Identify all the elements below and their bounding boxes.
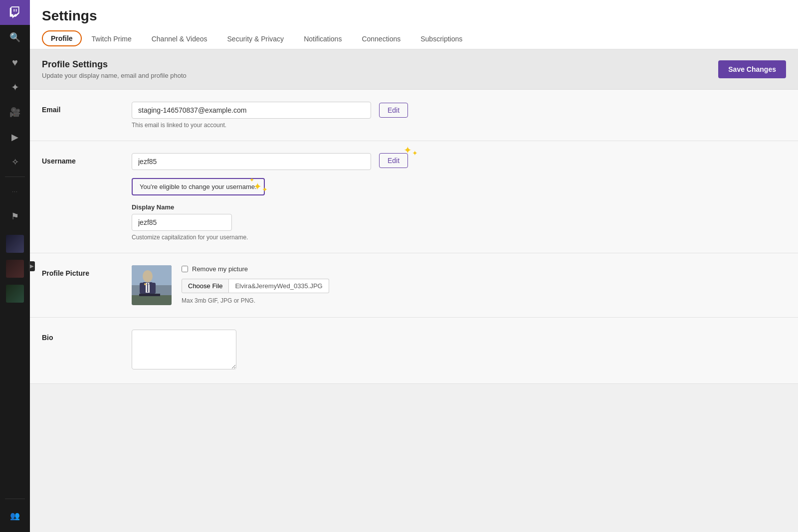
choose-file-button[interactable]: Choose File: [182, 279, 229, 293]
dots-icon: ···: [12, 189, 17, 194]
twitch-logo-icon: [9, 6, 21, 18]
email-field-content: Edit This email is linked to your accoun…: [132, 102, 786, 129]
settings-header: Settings Profile Twitch Prime Channel & …: [30, 0, 798, 49]
tab-connections[interactable]: Connections: [352, 30, 410, 49]
video-icon: 🎥: [9, 107, 20, 118]
section-header: Profile Settings Update your display nam…: [30, 49, 798, 90]
email-label: Email: [42, 102, 132, 114]
svg-rect-12: [139, 294, 160, 296]
svg-point-8: [144, 283, 146, 285]
sidebar-people[interactable]: 👥: [0, 503, 30, 528]
sidebar-thumbnail-1: [6, 233, 24, 255]
sparkle-1-icon: ✦: [253, 180, 262, 192]
svg-rect-10: [152, 283, 156, 294]
page-title: Settings: [42, 8, 786, 24]
tab-twitch-prime[interactable]: Twitch Prime: [82, 30, 142, 49]
eligible-banner-wrapper: You're eligible to change your username.…: [132, 174, 786, 195]
twitch-logo: [0, 0, 30, 25]
tab-profile[interactable]: Profile: [42, 30, 82, 46]
username-label: Username: [42, 153, 132, 165]
email-edit-button[interactable]: Edit: [379, 103, 408, 118]
sparkle-2-icon: ✦: [262, 185, 268, 193]
sidebar-search[interactable]: 🔍: [0, 25, 30, 50]
section-header-text: Profile Settings Update your display nam…: [42, 59, 187, 79]
tab-security-privacy[interactable]: Security & Privacy: [217, 30, 294, 49]
bio-section: Bio: [30, 318, 798, 384]
sidebar-dots[interactable]: ···: [0, 179, 30, 204]
bio-textarea[interactable]: [132, 330, 236, 369]
sidebar: ▶ 🔍 ♥ ✦ 🎥 ▶ ✧ ··· ⚑: [0, 0, 30, 532]
profile-picture-content: Remove my picture Choose File Elvira&Jer…: [132, 265, 786, 305]
search-icon: 🔍: [9, 32, 20, 43]
sidebar-flag[interactable]: ⚑: [0, 204, 30, 229]
email-section: Email Edit This email is linked to your …: [30, 90, 798, 141]
sidebar-thumbnail-2: [6, 258, 24, 280]
display-name-section: Display Name Customize capitalization fo…: [132, 203, 786, 241]
display-name-hint: Customize capitalization for your userna…: [132, 234, 786, 241]
svg-rect-9: [140, 283, 144, 294]
bio-field-content: [132, 330, 786, 371]
settings-tabs: Profile Twitch Prime Channel & Videos Se…: [42, 30, 786, 49]
svg-rect-11: [132, 295, 172, 305]
profile-picture-section: Profile Picture: [30, 253, 798, 318]
tab-subscriptions[interactable]: Subscriptions: [410, 30, 472, 49]
bio-label: Bio: [42, 330, 132, 342]
profile-picture-hint: Max 3mb GIF, JPG or PNG.: [182, 297, 329, 304]
section-description: Update your display name, email and prof…: [42, 72, 187, 79]
section-title: Profile Settings: [42, 59, 187, 70]
tab-notifications[interactable]: Notifications: [294, 30, 352, 49]
username-edit-button[interactable]: Edit: [379, 153, 408, 168]
chosen-file-name: Elvira&JeremyWed_0335.JPG: [229, 279, 329, 293]
settings-content: Profile Settings Update your display nam…: [30, 49, 798, 532]
sparkle-b-icon: ✦: [412, 149, 418, 157]
display-name-input[interactable]: [132, 214, 232, 231]
eligible-message: You're eligible to change your username.: [140, 183, 257, 190]
profile-picture-label: Profile Picture: [42, 265, 132, 277]
sidebar-play[interactable]: ▶: [0, 125, 30, 150]
people-icon: 👥: [10, 511, 20, 521]
username-edit-row: Edit ✦ ✦: [132, 153, 786, 170]
sparkle-3-icon: ✦: [249, 177, 254, 183]
gamepad-icon: ✦: [11, 81, 19, 93]
sidebar-video[interactable]: 🎥: [0, 100, 30, 125]
tab-channel-videos[interactable]: Channel & Videos: [142, 30, 217, 49]
sidebar-divider-2: [5, 499, 25, 499]
profile-picture-image: [132, 265, 172, 305]
sidebar-magic[interactable]: ✧: [0, 150, 30, 175]
sidebar-collapse-arrow[interactable]: ▶: [29, 261, 35, 271]
remove-picture-row: Remove my picture: [182, 265, 329, 273]
sidebar-heart[interactable]: ♥: [0, 50, 30, 75]
username-field-content: Edit ✦ ✦ You're eligible to change your …: [132, 153, 786, 241]
username-input[interactable]: [132, 153, 371, 170]
svg-point-2: [143, 270, 153, 282]
sidebar-gamepad[interactable]: ✦: [0, 75, 30, 100]
username-edit-wrapper: Edit ✦ ✦: [379, 153, 408, 168]
remove-picture-label[interactable]: Remove my picture: [192, 265, 248, 273]
username-section: Username Edit ✦ ✦ You're eligible to cha…: [30, 141, 798, 253]
heart-icon: ♥: [12, 57, 18, 68]
eligible-banner: You're eligible to change your username.…: [132, 178, 265, 195]
flag-icon: ⚑: [11, 211, 19, 222]
magic-icon: ✧: [11, 157, 19, 168]
email-hint: This email is linked to your account.: [132, 122, 786, 129]
profile-picture-controls: Remove my picture Choose File Elvira&Jer…: [182, 265, 329, 304]
svg-rect-5: [147, 283, 148, 292]
sidebar-thumbnail-3: [6, 283, 24, 305]
choose-file-row: Choose File Elvira&JeremyWed_0335.JPG: [182, 279, 329, 293]
main-content: Settings Profile Twitch Prime Channel & …: [30, 0, 798, 532]
email-input[interactable]: [132, 102, 371, 119]
email-field-row: Edit: [132, 102, 786, 119]
sidebar-divider-1: [5, 177, 25, 177]
save-changes-button[interactable]: Save Changes: [718, 60, 786, 78]
profile-picture-preview: [132, 265, 172, 305]
profile-picture-row: Remove my picture Choose File Elvira&Jer…: [132, 265, 786, 305]
remove-picture-checkbox[interactable]: [182, 266, 188, 272]
play-circle-icon: ▶: [11, 132, 18, 143]
display-name-label: Display Name: [132, 203, 786, 211]
